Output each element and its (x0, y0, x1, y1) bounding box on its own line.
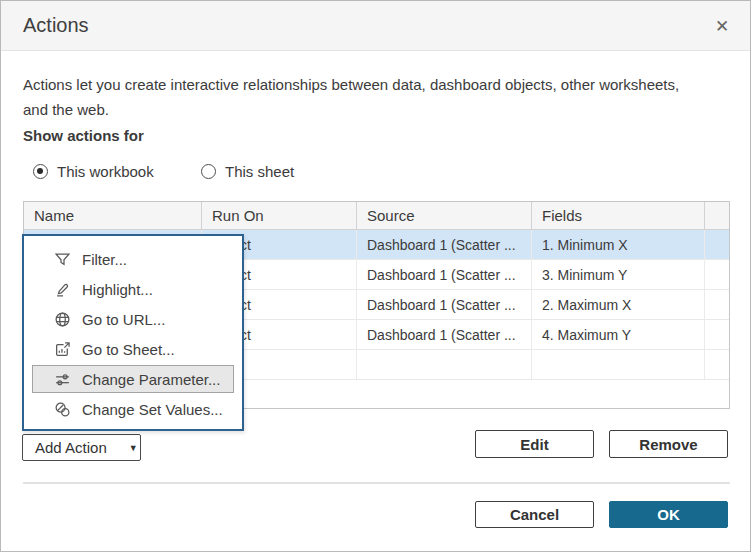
globe-icon (54, 311, 71, 328)
cell-fields[interactable]: 4. Maximum Y (532, 320, 705, 349)
show-actions-for-label: Show actions for (23, 127, 144, 144)
set-circles-icon (54, 401, 71, 418)
cell-fields[interactable]: 2. Maximum X (532, 290, 705, 319)
menu-item-go-to-url[interactable]: Go to URL... (24, 304, 242, 334)
description-line-1: Actions let you create interactive relat… (23, 72, 679, 97)
cell-source[interactable]: Dashboard 1 (Scatter ... (357, 230, 532, 259)
description-line-2: and the web. (23, 97, 679, 122)
menu-item-go-to-sheet[interactable]: Go to Sheet... (24, 334, 242, 364)
edit-button[interactable]: Edit (475, 430, 594, 458)
cell-extra (705, 320, 729, 349)
menu-item-label: Highlight... (82, 281, 153, 298)
filter-icon (54, 251, 71, 268)
caret-down-icon: ▼ (129, 443, 138, 453)
column-header-name[interactable]: Name (24, 202, 202, 229)
menu-item-label: Go to Sheet... (82, 341, 175, 358)
cell-fields[interactable]: 1. Minimum X (532, 230, 705, 259)
sliders-icon (54, 371, 71, 388)
add-action-dropdown-menu: Filter... Highlight... Go to URL... (22, 234, 244, 431)
add-action-button[interactable]: Add Action ▼ (22, 434, 141, 461)
radio-selected-icon[interactable] (33, 164, 48, 179)
cell-extra (705, 290, 729, 319)
sheet-arrow-icon (54, 341, 71, 358)
column-header-source[interactable]: Source (357, 202, 532, 229)
dialog-title: Actions (23, 14, 89, 37)
cell-extra (705, 260, 729, 289)
radio-this-workbook[interactable]: This workbook (33, 163, 154, 180)
column-header-extra (705, 202, 729, 229)
ok-button[interactable]: OK (609, 501, 728, 528)
highlighter-icon (54, 281, 71, 298)
menu-item-change-set-values[interactable]: Change Set Values... (24, 394, 242, 424)
cell-source[interactable]: Dashboard 1 (Scatter ... (357, 290, 532, 319)
cell-source[interactable]: Dashboard 1 (Scatter ... (357, 320, 532, 349)
column-header-run-on[interactable]: Run On (202, 202, 357, 229)
menu-item-highlight[interactable]: Highlight... (24, 274, 242, 304)
radio-this-sheet[interactable]: This sheet (201, 163, 294, 180)
column-header-fields[interactable]: Fields (532, 202, 705, 229)
menu-item-label: Change Parameter... (82, 371, 220, 388)
menu-item-label: Change Set Values... (82, 401, 223, 418)
radio-label: This sheet (225, 163, 294, 180)
remove-button[interactable]: Remove (609, 430, 728, 458)
table-header-row: Name Run On Source Fields (24, 202, 729, 230)
radio-unselected-icon[interactable] (201, 164, 216, 179)
menu-item-filter[interactable]: Filter... (24, 244, 242, 274)
footer-divider (23, 482, 730, 484)
add-action-label: Add Action (35, 439, 107, 456)
dialog-description: Actions let you create interactive relat… (23, 72, 679, 122)
actions-dialog: Actions ✕ Actions let you create interac… (0, 0, 751, 552)
menu-item-label: Go to URL... (82, 311, 165, 328)
menu-item-label: Filter... (82, 251, 127, 268)
cancel-button[interactable]: Cancel (475, 501, 594, 528)
cell-extra (705, 230, 729, 259)
radio-label: This workbook (57, 163, 154, 180)
dialog-titlebar: Actions ✕ (1, 1, 750, 51)
menu-item-change-parameter[interactable]: Change Parameter... (32, 365, 234, 393)
cell-source[interactable]: Dashboard 1 (Scatter ... (357, 260, 532, 289)
cell-fields[interactable]: 3. Minimum Y (532, 260, 705, 289)
close-icon[interactable]: ✕ (710, 14, 734, 38)
